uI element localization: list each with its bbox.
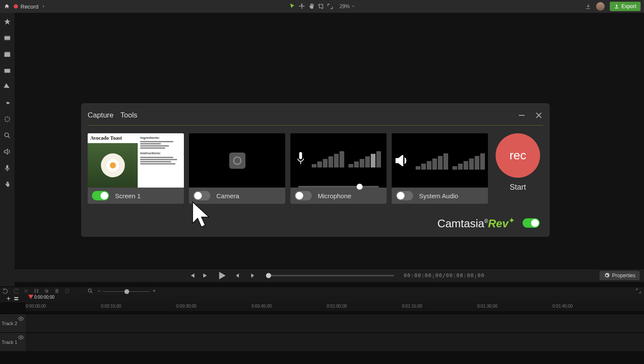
chevron-down-icon	[351, 5, 356, 8]
svg-rect-12	[56, 289, 59, 293]
svg-rect-7	[299, 152, 302, 159]
svg-rect-9	[37, 289, 38, 293]
undo-icon[interactable]	[3, 288, 9, 294]
zoom-value: 29%	[340, 3, 350, 9]
share-icon	[614, 4, 619, 9]
system-audio-card-label: System Audio	[419, 192, 458, 200]
start-record-button[interactable]: rec	[496, 133, 540, 178]
properties-label: Properties	[612, 273, 635, 279]
capture-screen-card[interactable]: Avocado Toast Ingredients: Instructions:	[88, 133, 184, 204]
svg-rect-2	[5, 52, 10, 53]
svg-rect-8	[34, 289, 36, 293]
transitions-icon[interactable]	[3, 83, 11, 91]
move-icon[interactable]	[298, 3, 305, 10]
paste-icon[interactable]	[54, 288, 60, 294]
svg-point-18	[20, 337, 22, 338]
record-dot-icon	[14, 4, 18, 9]
close-icon[interactable]	[535, 111, 543, 120]
user-avatar[interactable]	[596, 2, 605, 11]
timeline-ruler[interactable]: 0:00:00;00 0:00:15;00 0:00:30;00 0:00:45…	[26, 302, 644, 311]
audio-effects-icon[interactable]	[3, 148, 11, 156]
search-icon[interactable]	[87, 288, 93, 294]
cut-icon[interactable]	[23, 288, 29, 294]
hand-icon[interactable]	[308, 3, 315, 10]
eye-icon[interactable]	[18, 316, 24, 322]
download-icon[interactable]	[585, 3, 591, 9]
speaker-icon	[395, 155, 409, 166]
next-marker-icon[interactable]	[248, 271, 257, 280]
capture-microphone-card[interactable]: Microphone	[290, 133, 387, 204]
scrub-bar[interactable]	[266, 275, 394, 276]
interactivity-icon[interactable]	[3, 180, 11, 188]
record-button[interactable]: Record	[14, 3, 38, 10]
export-button-label: Export	[621, 3, 636, 9]
microphone-card-label: Microphone	[318, 192, 351, 200]
svg-point-13	[65, 289, 69, 293]
screen-toggle[interactable]	[92, 191, 109, 200]
microphone-toggle[interactable]	[295, 191, 312, 200]
timeline-track-1[interactable]: Track 1	[0, 332, 644, 351]
playhead-icon[interactable]	[28, 295, 33, 299]
behaviors-icon[interactable]	[3, 99, 11, 107]
timeline-zoom[interactable]: −+	[97, 288, 156, 294]
rev-toggle[interactable]	[523, 218, 540, 228]
split-icon[interactable]	[33, 288, 39, 294]
track-label: Track 1	[2, 340, 17, 345]
annotations-icon[interactable]	[3, 67, 11, 74]
mic-gain-slider[interactable]	[298, 186, 379, 188]
crop-icon[interactable]	[317, 3, 324, 10]
voice-icon[interactable]	[3, 164, 11, 172]
svg-rect-6	[519, 115, 524, 116]
library-icon[interactable]	[3, 50, 11, 58]
capture-system-audio-card[interactable]: System Audio	[392, 133, 488, 204]
home-icon[interactable]	[3, 3, 10, 9]
resize-icon[interactable]	[327, 3, 334, 10]
magnet-icon[interactable]	[64, 288, 70, 294]
media-bin-icon[interactable]	[3, 34, 11, 42]
zoom-level[interactable]: 29%	[340, 3, 355, 9]
favorites-icon[interactable]	[3, 18, 11, 26]
camtasia-rev-brand: Camtasia®Rev✦	[437, 216, 515, 230]
svg-rect-1	[4, 53, 10, 57]
system-level-meter	[416, 152, 485, 170]
prev-marker-icon[interactable]	[233, 271, 242, 280]
step-fwd-icon[interactable]	[202, 271, 210, 280]
chevron-right-icon[interactable]	[42, 4, 45, 9]
camera-placeholder-icon	[229, 153, 245, 169]
expand-icon[interactable]	[635, 288, 641, 294]
animations-icon[interactable]	[3, 115, 11, 123]
svg-point-14	[88, 289, 91, 292]
add-track-button[interactable]: +	[0, 295, 26, 302]
capture-camera-card[interactable]: Camera	[189, 133, 285, 204]
svg-rect-10	[45, 290, 48, 293]
screen-preview-title: Avocado Toast	[88, 133, 138, 143]
camera-toggle[interactable]	[193, 191, 210, 200]
play-icon[interactable]	[216, 270, 227, 281]
svg-rect-0	[4, 36, 10, 41]
redo-icon[interactable]	[13, 288, 19, 294]
tab-tools[interactable]: Tools	[120, 111, 137, 120]
capture-dialog: Capture Tools Avocado Toast Ing	[81, 103, 549, 237]
gear-icon	[604, 273, 610, 279]
pointer-icon[interactable]	[289, 3, 296, 10]
svg-rect-15	[14, 297, 18, 298]
minimize-icon[interactable]	[517, 111, 526, 120]
svg-rect-5	[6, 165, 9, 169]
eye-icon[interactable]	[18, 335, 24, 341]
export-button[interactable]: Export	[610, 2, 641, 11]
properties-button[interactable]: Properties	[600, 271, 640, 280]
step-back-icon[interactable]	[187, 271, 196, 280]
timecode: 00:00:00;00/00:00:00;00	[404, 273, 484, 279]
left-panel	[0, 13, 15, 286]
screen-card-label: Screen 1	[115, 192, 141, 200]
system-audio-toggle[interactable]	[396, 191, 413, 200]
svg-point-17	[20, 318, 22, 320]
playhead-time: 0:00:00;00	[34, 295, 54, 299]
timeline-toolbar: −+	[0, 287, 644, 295]
tab-capture[interactable]: Capture	[88, 111, 113, 120]
cursor-effects-icon[interactable]	[3, 132, 11, 139]
microphone-icon	[296, 151, 305, 166]
timeline-track-2[interactable]: Track 2	[0, 314, 644, 332]
copy-icon[interactable]	[44, 288, 50, 294]
svg-rect-16	[14, 299, 18, 300]
